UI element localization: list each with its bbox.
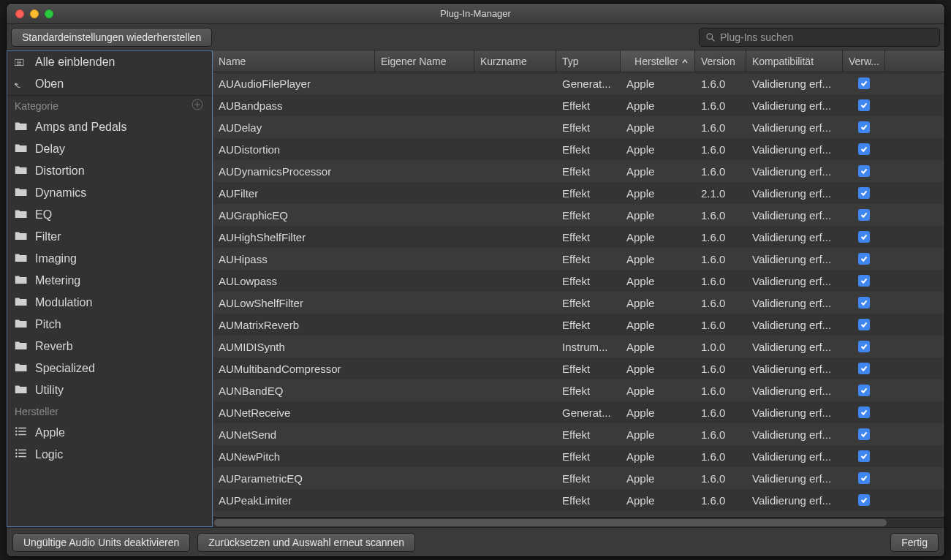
table-row[interactable]: AUGraphicEQEffektApple1.6.0Validierung e… xyxy=(213,204,944,226)
cell-own-name xyxy=(375,72,474,94)
use-checkbox[interactable] xyxy=(858,165,870,177)
table-row[interactable]: AUNewPitchEffektApple1.6.0Validierung er… xyxy=(213,445,944,467)
col-header-type[interactable]: Typ xyxy=(556,50,621,72)
use-checkbox[interactable] xyxy=(858,143,870,155)
use-checkbox[interactable] xyxy=(858,319,870,330)
category-item[interactable]: Modulation xyxy=(7,292,212,314)
cell-version: 1.6.0 xyxy=(695,72,746,94)
plugin-manager-window: Plug-In-Manager Standardeinstellungen wi… xyxy=(6,3,945,557)
search-input[interactable] xyxy=(720,31,933,43)
zoom-window-button[interactable] xyxy=(45,10,53,18)
table-row[interactable]: AUNetReceiveGenerat...Apple1.6.0Validier… xyxy=(213,401,944,423)
table-row[interactable]: AULowpassEffektApple1.6.0Validierung erf… xyxy=(213,270,944,292)
use-checkbox[interactable] xyxy=(858,253,870,265)
table-row[interactable]: AUParametricEQEffektApple1.6.0Validierun… xyxy=(213,467,944,489)
use-checkbox[interactable] xyxy=(858,341,870,352)
category-item[interactable]: Reverb xyxy=(7,336,212,357)
col-header-name[interactable]: Name xyxy=(213,50,375,72)
cell-use xyxy=(843,160,885,182)
manufacturer-item[interactable]: Apple xyxy=(7,422,212,444)
use-checkbox[interactable] xyxy=(858,472,870,484)
add-category-button[interactable] xyxy=(190,99,205,114)
category-item[interactable]: Distortion xyxy=(7,160,212,182)
table-row[interactable]: AUBandpassEffektApple1.6.0Validierung er… xyxy=(213,94,944,116)
use-checkbox[interactable] xyxy=(858,77,870,89)
category-item[interactable]: Delay xyxy=(7,138,212,160)
category-item[interactable]: Pitch xyxy=(7,314,212,336)
category-label: Reverb xyxy=(35,340,73,353)
category-item[interactable]: Metering xyxy=(7,270,212,292)
col-header-manufacturer[interactable]: Hersteller xyxy=(621,50,695,72)
table-row[interactable]: AUDistortionEffektApple1.6.0Validierung … xyxy=(213,138,944,160)
table-row[interactable]: AUHighShelfFilterEffektApple1.6.0Validie… xyxy=(213,226,944,248)
col-header-use[interactable]: Verw... xyxy=(843,50,885,72)
use-checkbox[interactable] xyxy=(858,406,870,418)
horizontal-scrollbar[interactable] xyxy=(213,517,944,527)
use-checkbox[interactable] xyxy=(858,99,870,111)
done-button[interactable]: Fertig xyxy=(890,533,939,552)
col-header-version[interactable]: Version xyxy=(695,50,746,72)
use-checkbox[interactable] xyxy=(858,231,870,243)
toolbar: Standardeinstellungen wiederherstellen xyxy=(7,24,944,50)
restore-defaults-button[interactable]: Standardeinstellungen wiederherstellen xyxy=(11,28,212,47)
category-item[interactable]: Filter xyxy=(7,226,212,248)
use-checkbox[interactable] xyxy=(858,428,870,440)
use-checkbox[interactable] xyxy=(858,494,870,506)
cell-own-name xyxy=(375,401,474,423)
minimize-window-button[interactable] xyxy=(30,10,39,18)
cell-name: AUFilter xyxy=(213,182,375,204)
manufacturer-item[interactable]: Logic xyxy=(7,444,212,466)
table-row[interactable]: AUMultibandCompressorEffektApple1.6.0Val… xyxy=(213,357,944,379)
cell-version: 1.6.0 xyxy=(695,116,746,138)
table-row[interactable]: AUDynamicsProcessorEffektApple1.6.0Valid… xyxy=(213,160,944,182)
table-row[interactable]: AUMIDISynthInstrum...Apple1.0.0Validieru… xyxy=(213,336,944,357)
category-label: EQ xyxy=(35,208,52,222)
use-checkbox[interactable] xyxy=(858,121,870,133)
cell-manufacturer: Apple xyxy=(621,314,695,336)
category-label: Pitch xyxy=(35,318,61,331)
use-checkbox[interactable] xyxy=(858,450,870,462)
table-row[interactable]: AUNetSendEffektApple1.6.0Validierung erf… xyxy=(213,423,944,445)
table-row[interactable]: AUDelayEffektApple1.6.0Validierung erf..… xyxy=(213,116,944,138)
cell-type: Effekt xyxy=(556,270,621,292)
search-icon xyxy=(705,32,716,42)
table-row[interactable]: AUFilterEffektApple2.1.0Validierung erf.… xyxy=(213,182,944,204)
scrollbar-thumb[interactable] xyxy=(214,519,887,526)
close-window-button[interactable] xyxy=(15,10,24,18)
table-row[interactable]: AUMatrixReverbEffektApple1.6.0Validierun… xyxy=(213,314,944,336)
use-checkbox[interactable] xyxy=(858,385,870,396)
category-item[interactable]: Specialized xyxy=(7,357,212,379)
category-item[interactable]: EQ xyxy=(7,204,212,226)
col-header-compat[interactable]: Kompatibilität xyxy=(746,50,843,72)
cell-use xyxy=(843,467,885,489)
cell-short-name xyxy=(474,292,556,314)
table-row[interactable]: AUPeakLimiterEffektApple1.6.0Validierung… xyxy=(213,489,944,511)
category-item[interactable]: Amps and Pedals xyxy=(7,116,212,138)
up-arrow-icon xyxy=(15,79,28,89)
up-button[interactable]: Oben xyxy=(7,73,212,95)
category-item[interactable]: Utility xyxy=(7,379,212,401)
table-row[interactable]: AUNBandEQEffektApple1.6.0Validierung erf… xyxy=(213,379,944,401)
category-item[interactable]: Dynamics xyxy=(7,182,212,204)
reset-rescan-button[interactable]: Zurücksetzen und Auswahl erneut scannen xyxy=(197,533,415,552)
folder-icon xyxy=(15,186,28,200)
cell-short-name xyxy=(474,314,556,336)
search-field[interactable] xyxy=(699,28,940,47)
table-body[interactable]: AUAudioFilePlayerGenerat...Apple1.6.0Val… xyxy=(213,72,944,517)
cell-type: Effekt xyxy=(556,379,621,401)
col-header-own-name[interactable]: Eigener Name xyxy=(375,50,474,72)
cell-name: AUHighShelfFilter xyxy=(213,226,375,248)
use-checkbox[interactable] xyxy=(858,209,870,221)
table-row[interactable]: AUAudioFilePlayerGenerat...Apple1.6.0Val… xyxy=(213,72,944,94)
use-checkbox[interactable] xyxy=(858,363,870,374)
category-label: Amps and Pedals xyxy=(35,121,126,134)
table-row[interactable]: AUHipassEffektApple1.6.0Validierung erf.… xyxy=(213,248,944,270)
use-checkbox[interactable] xyxy=(858,297,870,309)
category-item[interactable]: Imaging xyxy=(7,248,212,270)
col-header-short-name[interactable]: Kurzname xyxy=(474,50,556,72)
disable-invalid-button[interactable]: Ungültige Audio Units deaktivieren xyxy=(12,533,190,552)
use-checkbox[interactable] xyxy=(858,187,870,199)
table-row[interactable]: AULowShelfFilterEffektApple1.6.0Validier… xyxy=(213,292,944,314)
use-checkbox[interactable] xyxy=(858,275,870,287)
expand-all-button[interactable]: Alle einblenden xyxy=(7,51,212,73)
